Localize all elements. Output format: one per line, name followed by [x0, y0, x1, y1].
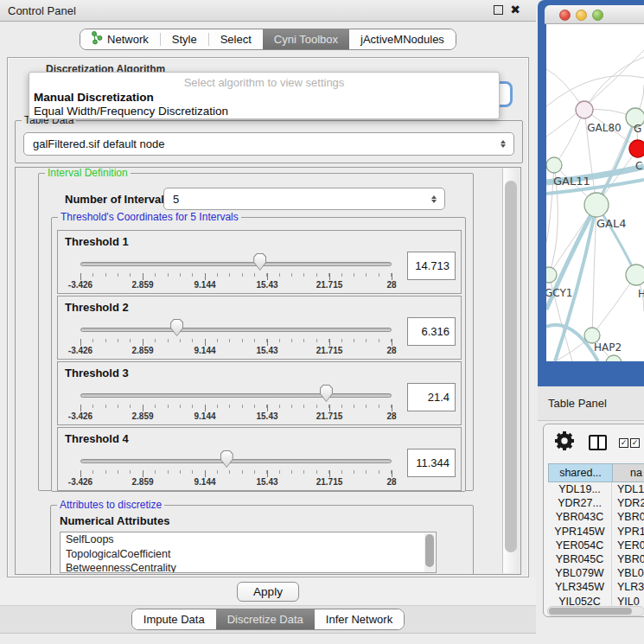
slider-track[interactable]: [80, 393, 392, 398]
threshold-2-label: Threshold 2: [65, 301, 129, 314]
table-panel: ✓ ✓ shared... na YDL19...YDL1 YDR27...YD…: [543, 424, 644, 617]
dropdown-option-equal-width[interactable]: Equal Width/Frequency Discretization: [34, 105, 228, 118]
list-item[interactable]: BetweennessCentrality: [61, 561, 436, 573]
threshold-4-slider[interactable]: -3.4262.8599.14415.4321.71528: [80, 449, 392, 490]
column-visibility-icons[interactable]: ✓ ✓: [619, 438, 640, 448]
tab-impute-data[interactable]: Impute Data: [132, 609, 216, 629]
slider-minor-ticks: [80, 405, 392, 411]
dropdown-option-manual-discretization[interactable]: Manual Discretization: [34, 91, 154, 104]
slider-minor-ticks: [80, 470, 392, 477]
network-node[interactable]: [584, 193, 609, 217]
network-view-window: GAL80 G C GAL11 GAL4 GCY1 H HAP2: [538, 0, 644, 386]
gear-icon[interactable]: [555, 431, 574, 454]
table-row[interactable]: YER054CYER0: [548, 539, 644, 552]
apply-row: Apply: [0, 577, 536, 606]
column-header-shared-name[interactable]: shared...: [549, 464, 613, 481]
table-row[interactable]: YIL052CYIL0: [548, 595, 644, 608]
threshold-2-value-field[interactable]: 6.316: [407, 317, 456, 346]
slider-thumb[interactable]: [253, 253, 266, 271]
threshold-2-panel: Threshold 2 -3.4262.8599.14415.4321.7152…: [57, 296, 462, 360]
attributes-group-label: Attributes to discretize: [57, 499, 164, 511]
table-panel-header[interactable]: Table Panel: [538, 386, 644, 421]
tab-select[interactable]: Select: [209, 29, 263, 49]
split-columns-icon[interactable]: [589, 435, 607, 450]
tab-discretize-data[interactable]: Discretize Data: [216, 609, 315, 629]
table-row[interactable]: YDL19...YDL1: [548, 482, 644, 496]
numerical-attributes-list[interactable]: SelfLoops TopologicalCoefficient Between…: [60, 532, 437, 573]
tab-jactivemnodules[interactable]: jActiveMNodules: [349, 29, 456, 49]
threshold-1-label: Threshold 1: [65, 235, 129, 248]
network-node[interactable]: [546, 267, 557, 283]
threshold-3-value-field[interactable]: 21.4: [407, 383, 456, 411]
network-graph-icon: [92, 31, 103, 48]
node-label-partial: G: [634, 123, 641, 135]
algorithm-dropdown-popup: Select algorithm to view settings Manual…: [29, 72, 500, 119]
slider-tick-labels: -3.4262.8599.14415.4321.71528: [80, 411, 392, 424]
threshold-2-slider[interactable]: -3.4262.8599.14415.4321.71528: [80, 317, 392, 359]
top-tab-band: Network Style Select Cyni Toolbox jActiv…: [0, 22, 536, 55]
tab-infer-network[interactable]: Infer Network: [315, 609, 404, 629]
table-row[interactable]: YLR345WYLR3: [548, 580, 644, 594]
bottom-tabs: Impute Data Discretize Data Infer Networ…: [131, 609, 405, 630]
network-node-selected[interactable]: [629, 140, 644, 157]
node-attribute-table: shared... na YDL19...YDL1 YDR27...YDR2 Y…: [548, 463, 644, 607]
network-node[interactable]: [626, 265, 644, 285]
column-header-name[interactable]: na: [613, 464, 644, 481]
settings-scroll-panel: Interval Definition Number of Intervals …: [15, 167, 521, 575]
cyni-main-panel: Discretization Algorithm Table Data galF…: [7, 57, 529, 577]
slider-track[interactable]: [80, 328, 392, 332]
threshold-3-label: Threshold 3: [65, 367, 129, 379]
close-icon[interactable]: ✖: [510, 5, 520, 15]
network-window-titlebar[interactable]: [545, 5, 644, 24]
table-row[interactable]: YPR145WYPR1: [548, 525, 644, 539]
threshold-3-slider[interactable]: -3.4262.8599.14415.4321.71528: [80, 383, 392, 424]
panel-scrollbar[interactable]: [502, 169, 520, 573]
table-header-row: shared... na: [548, 463, 644, 482]
network-node[interactable]: [576, 101, 593, 118]
table-data-combo[interactable]: galFiltered.sif default node: [23, 132, 514, 156]
spinner-arrows-icon: [431, 195, 444, 203]
table-row[interactable]: YBR043CYBR0: [548, 510, 644, 524]
network-canvas[interactable]: GAL80 G C GAL11 GAL4 GCY1 H HAP2: [546, 24, 644, 361]
table-horizontal-scrollbar[interactable]: [547, 606, 644, 616]
tab-style[interactable]: Style: [161, 29, 208, 49]
table-row[interactable]: YBL079WYBL0: [548, 566, 644, 580]
number-of-intervals-label: Number of Intervals: [65, 193, 170, 206]
number-of-intervals-spinner[interactable]: 5: [163, 188, 445, 210]
threshold-1-slider[interactable]: -3.4262.8599.14415.4321.71528: [80, 252, 392, 293]
apply-button[interactable]: Apply: [237, 582, 299, 602]
interval-definition-label: Interval Definition: [45, 167, 131, 179]
table-data-group: Table Data galFiltered.sif default node: [15, 120, 523, 163]
slider-thumb[interactable]: [320, 385, 333, 402]
table-row[interactable]: YBR045CYBR0: [548, 552, 644, 566]
control-panel-titlebar[interactable]: Control Panel ✖: [0, 0, 536, 22]
slider-thumb[interactable]: [220, 450, 233, 468]
close-traffic-icon[interactable]: [559, 10, 571, 21]
threshold-4-label: Threshold 4: [65, 432, 129, 445]
threshold-4-value-field[interactable]: 11.344: [407, 449, 456, 477]
list-item[interactable]: TopologicalCoefficient: [61, 547, 436, 562]
zoom-traffic-icon[interactable]: [592, 10, 603, 21]
node-label-gcy1: GCY1: [546, 287, 572, 299]
panel-scrollbar-thumb[interactable]: [505, 181, 517, 552]
table-horizontal-scrollbar-thumb[interactable]: [549, 608, 632, 615]
checkbox-icon[interactable]: ✓: [619, 438, 628, 448]
slider-track[interactable]: [80, 459, 392, 463]
slider-thumb[interactable]: [170, 319, 183, 336]
threshold-coordinates-label: Threshold's Coordinates for 5 Intervals: [58, 211, 241, 223]
network-node[interactable]: [546, 157, 562, 173]
minimize-traffic-icon[interactable]: [576, 10, 587, 21]
list-scrollbar-thumb[interactable]: [425, 534, 434, 567]
tab-network[interactable]: Network: [80, 29, 160, 49]
threshold-1-value-field[interactable]: 14.713: [407, 252, 456, 280]
float-window-icon[interactable]: [494, 5, 503, 15]
list-scrollbar[interactable]: [424, 533, 435, 573]
slider-tick-labels: -3.4262.8599.14415.4321.71528: [80, 346, 392, 358]
checkbox-icon[interactable]: ✓: [630, 438, 640, 448]
table-row[interactable]: YDR27...YDR2: [548, 496, 644, 510]
list-item[interactable]: SelfLoops: [61, 532, 436, 547]
top-tabs: Network Style Select Cyni Toolbox jActiv…: [80, 29, 456, 50]
node-label-hap2: HAP2: [594, 341, 622, 354]
tab-cyni-toolbox[interactable]: Cyni Toolbox: [263, 29, 349, 49]
slider-track[interactable]: [80, 262, 392, 266]
